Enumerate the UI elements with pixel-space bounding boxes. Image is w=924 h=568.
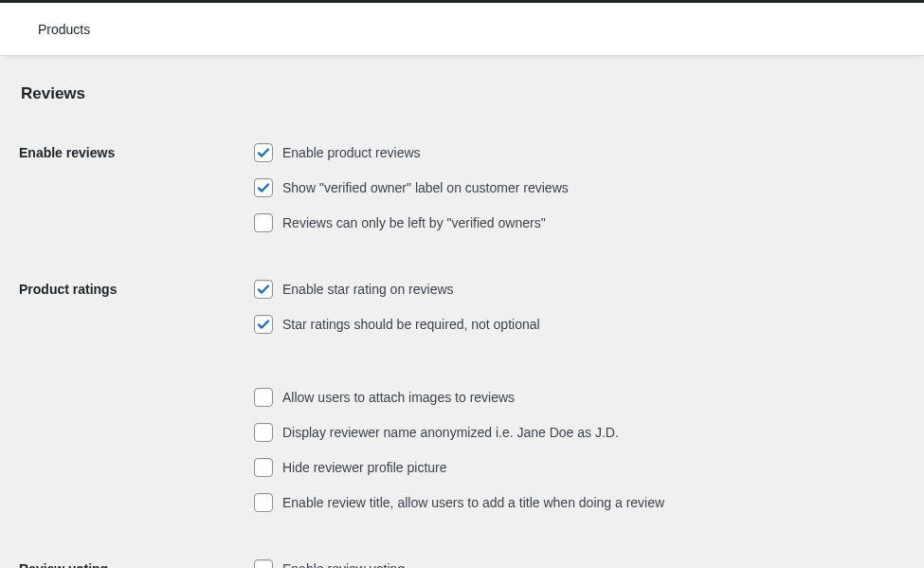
- checkbox-anonymize-name[interactable]: [254, 423, 273, 442]
- checkbox-enable-product-reviews[interactable]: [254, 143, 273, 162]
- checkbox-star-ratings-required[interactable]: [254, 315, 273, 334]
- option-enable-review-voting: Enable review voting: [254, 559, 905, 568]
- checkbox-verified-owners-only[interactable]: [254, 213, 273, 232]
- tab-products[interactable]: Products: [38, 22, 90, 37]
- option-anonymize-name: Display reviewer name anonymized i.e. Ja…: [254, 423, 905, 442]
- option-enable-product-reviews: Enable product reviews: [254, 143, 905, 162]
- row-enable-reviews: Enable reviews Enable product reviews Sh…: [19, 122, 905, 232]
- option-enable-review-title: Enable review title, allow users to add …: [254, 493, 905, 512]
- options-product-ratings: Enable star rating on reviews Star ratin…: [254, 280, 905, 512]
- checkbox-enable-review-title[interactable]: [254, 493, 273, 512]
- row-product-ratings: Product ratings Enable star rating on re…: [19, 280, 905, 512]
- option-enable-star-rating: Enable star rating on reviews: [254, 280, 905, 299]
- options-review-voting: Enable review voting: [254, 559, 905, 568]
- checkbox-enable-review-voting[interactable]: [254, 559, 273, 568]
- option-label[interactable]: Enable product reviews: [282, 145, 421, 160]
- option-star-ratings-required: Star ratings should be required, not opt…: [254, 315, 905, 334]
- checkbox-hide-profile-picture[interactable]: [254, 458, 273, 477]
- sub-group-spacer: [254, 350, 905, 388]
- option-label[interactable]: Enable review voting: [282, 561, 405, 568]
- option-show-verified-owner-label: Show "verified owner" label on customer …: [254, 178, 905, 197]
- row-review-voting: Review voting Enable review voting: [19, 559, 905, 568]
- option-attach-images: Allow users to attach images to reviews: [254, 388, 905, 407]
- row-spacer: [19, 242, 905, 280]
- option-label[interactable]: Allow users to attach images to reviews: [282, 390, 515, 405]
- label-review-voting: Review voting: [19, 559, 254, 568]
- settings-tabs-bar: Products: [0, 3, 924, 56]
- option-label[interactable]: Enable star rating on reviews: [282, 282, 454, 297]
- option-verified-owners-only: Reviews can only be left by "verified ow…: [254, 213, 905, 232]
- option-label[interactable]: Enable review title, allow users to add …: [282, 495, 664, 510]
- option-label[interactable]: Show "verified owner" label on customer …: [282, 180, 569, 195]
- checkbox-show-verified-owner-label[interactable]: [254, 178, 273, 197]
- checkbox-enable-star-rating[interactable]: [254, 280, 273, 299]
- label-enable-reviews: Enable reviews: [19, 143, 254, 160]
- section-title-reviews: Reviews: [21, 84, 905, 103]
- settings-content: Reviews Enable reviews Enable product re…: [0, 56, 924, 568]
- option-label[interactable]: Star ratings should be required, not opt…: [282, 317, 540, 332]
- option-label[interactable]: Display reviewer name anonymized i.e. Ja…: [282, 425, 619, 440]
- option-hide-profile-picture: Hide reviewer profile picture: [254, 458, 905, 477]
- options-enable-reviews: Enable product reviews Show "verified ow…: [254, 143, 905, 232]
- option-label[interactable]: Reviews can only be left by "verified ow…: [282, 215, 546, 230]
- row-spacer: [19, 522, 905, 559]
- checkbox-attach-images[interactable]: [254, 388, 273, 407]
- label-product-ratings: Product ratings: [19, 280, 254, 297]
- option-label[interactable]: Hide reviewer profile picture: [282, 460, 447, 475]
